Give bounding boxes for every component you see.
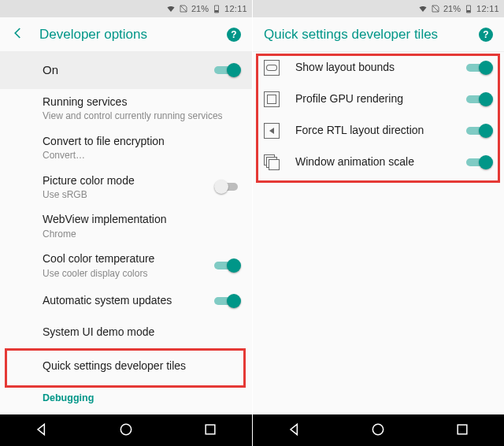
profile-gpu-toggle[interactable] [466,92,493,106]
battery-pct: 21% [443,4,461,13]
master-switch-label: On [43,63,206,78]
page-title: Quick settings developer tiles [264,27,465,43]
svg-rect-5 [458,425,467,434]
status-bar: 21% 12:11 [0,0,252,17]
svg-rect-0 [215,10,218,13]
clock: 12:11 [476,4,499,13]
setting-cool-color-temp[interactable]: Cool color temperature Use cooler displa… [0,246,252,285]
profile-gpu-icon [264,91,280,107]
picture-color-toggle[interactable] [214,180,241,194]
tile-profile-gpu[interactable]: Profile GPU rendering [253,84,504,115]
svg-rect-2 [206,425,215,434]
section-debugging: Debugging [0,385,252,408]
status-bar: 21% 12:11 [253,0,504,17]
setting-systemui-demo[interactable]: System UI demo mode [0,317,252,348]
nav-recent-icon[interactable] [454,422,470,440]
nav-home-icon[interactable] [370,422,386,440]
nav-back-icon[interactable] [287,422,302,440]
title-bar: Quick settings developer tiles ? [253,17,504,52]
help-icon[interactable]: ? [479,28,493,42]
setting-auto-updates[interactable]: Automatic system updates [0,285,252,317]
setting-running-services[interactable]: Running services View and control curren… [0,89,252,128]
auto-updates-toggle[interactable] [214,294,241,308]
nav-recent-icon[interactable] [202,422,218,440]
setting-quick-settings-tiles[interactable]: Quick settings developer tiles [0,348,252,385]
tile-window-animation[interactable]: Window animation scale [253,147,504,178]
tile-force-rtl[interactable]: Force RTL layout direction [253,115,504,147]
svg-point-4 [373,424,384,434]
nav-bar [253,414,504,446]
master-switch-row[interactable]: On [0,52,252,89]
left-screen: 21% 12:11 Developer options ? On Running… [0,0,252,446]
back-arrow-icon[interactable] [11,26,25,43]
nav-home-icon[interactable] [118,422,134,440]
setting-convert-encryption[interactable]: Convert to file encryption Convert… [0,128,252,168]
battery-icon [464,4,473,13]
title-bar: Developer options ? [0,17,252,52]
wifi-icon [166,4,176,13]
setting-webview-impl[interactable]: WebView implementation Chrome [0,206,252,246]
cool-color-toggle[interactable] [214,258,241,273]
right-screen: 21% 12:11 Quick settings developer tiles… [252,0,504,446]
window-animation-toggle[interactable] [466,155,493,169]
no-sim-icon [179,4,188,13]
help-icon[interactable]: ? [227,28,241,42]
right-content: Show layout bounds Profile GPU rendering… [253,52,504,414]
window-animation-icon [264,154,280,170]
nav-bar [0,414,252,446]
battery-pct: 21% [191,4,209,13]
setting-picture-color-mode[interactable]: Picture color mode Use sRGB [0,168,252,207]
force-rtl-toggle[interactable] [466,124,493,138]
svg-point-1 [120,424,131,434]
nav-back-icon[interactable] [34,422,50,440]
clock: 12:11 [224,4,247,13]
rtl-icon [264,123,280,139]
left-content: On Running services View and control cur… [0,52,252,414]
layout-bounds-icon [264,60,280,76]
layout-bounds-toggle[interactable] [466,61,493,75]
tile-show-layout-bounds[interactable]: Show layout bounds [253,52,504,84]
master-toggle[interactable] [214,63,241,77]
svg-rect-3 [467,10,470,13]
page-title: Developer options [39,27,213,43]
battery-icon [212,4,221,13]
no-sim-icon [431,4,440,13]
wifi-icon [418,4,428,13]
